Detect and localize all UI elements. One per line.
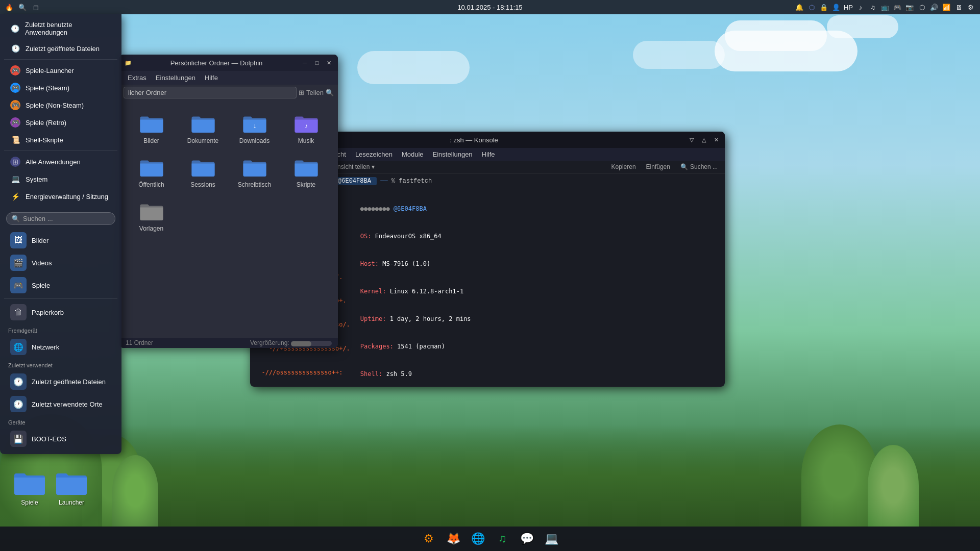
menu-item-recent-files[interactable]: 🕐 Zuletzt geöffnete Dateien xyxy=(2,40,119,57)
dolphin-folder-sessions[interactable]: Sessions xyxy=(179,153,227,192)
taskbar-browser2[interactable]: 🌐 xyxy=(467,528,489,550)
menu-recent-files[interactable]: 🕐 Zuletzt geöffnete Dateien xyxy=(2,370,119,393)
terminal-close-btn[interactable]: ✕ xyxy=(712,135,721,144)
menu-item-all-apps[interactable]: ⊞ Alle Anwendungen xyxy=(2,153,119,170)
dolphin-extras-menu[interactable]: Extras xyxy=(124,72,151,83)
shazam-icon[interactable]: ♪ xyxy=(855,2,866,12)
taskbar-discord[interactable]: 💬 xyxy=(516,528,538,550)
dolphin-folder-bilder[interactable]: Bilder xyxy=(128,109,175,148)
network-icon[interactable]: 📶 xyxy=(941,2,951,12)
recent-places-icon: 🕐 xyxy=(10,396,27,412)
taskbar-icons: ⚙ 🦊 🌐 ♫ 💬 💻 xyxy=(418,528,562,550)
tv-icon[interactable]: 📺 xyxy=(880,2,890,12)
dolphin-maximize-btn[interactable]: □ xyxy=(312,58,322,67)
volume-icon[interactable]: 🔊 xyxy=(929,2,939,12)
terminal-maximize-btn[interactable]: △ xyxy=(699,135,708,144)
hp-icon[interactable]: HP xyxy=(843,2,853,12)
term-menu-bookmarks[interactable]: Lesezeichen xyxy=(351,149,397,160)
all-apps-icon: ⊞ xyxy=(10,157,20,167)
folder-icon xyxy=(139,157,164,178)
terminal-search-btn[interactable]: 🔍 Suchen ... xyxy=(677,162,721,171)
folder-icon: ♪ xyxy=(294,113,318,134)
dolphin-folder-musik[interactable]: ♪ Musik xyxy=(282,109,330,148)
menu-item-power[interactable]: ⚡ Energieverwaltung / Sitzung xyxy=(2,188,119,205)
terminal-minimize-btn[interactable]: ▽ xyxy=(687,135,696,144)
dolphin-icon: 📁 xyxy=(124,58,133,67)
retro-icon: 🎮 xyxy=(10,117,20,128)
trash-icon: 🗑 xyxy=(10,304,27,320)
display-icon[interactable]: 🖥 xyxy=(953,2,964,12)
desktop: 🔥 🔍 ◻ 10.01.2025 - 18:11:15 🔔 ⬡ 🔒 👤 HP ♪… xyxy=(0,0,980,551)
dolphin-zoom: Vergrößerung: xyxy=(250,339,332,346)
bluetooth-icon[interactable]: ⬡ xyxy=(917,2,927,12)
dolphin-minimize-btn[interactable]: ─ xyxy=(300,58,309,67)
folder-icon xyxy=(294,157,318,178)
dolphin-toolbar: licher Ordner ⊞ Teilen 🔍 xyxy=(119,85,338,101)
drive-icon: 💾 xyxy=(10,431,27,447)
folder-icon xyxy=(139,113,164,134)
menu-quick-trash[interactable]: 🗑 Papierkorb xyxy=(2,301,119,323)
dolphin-help-menu[interactable]: Hilfe xyxy=(201,72,222,83)
dolphin-folder-öffentlich[interactable]: Öffentlich xyxy=(128,153,175,192)
nongame-icon: 🎮 xyxy=(10,100,20,110)
dolphin-folder-vorlagen[interactable]: Vorlagen xyxy=(128,196,175,236)
paste-btn[interactable]: Einfügen xyxy=(643,162,673,171)
desktop-icon-launcher[interactable]: Launcher xyxy=(51,464,92,510)
search-input[interactable] xyxy=(23,215,110,222)
folder-icon xyxy=(242,157,267,178)
menu-item-launcher[interactable]: 🎮 Spiele-Launcher xyxy=(2,62,119,79)
term-menu-help[interactable]: Hilfe xyxy=(478,149,499,160)
settings-icon[interactable]: ⚙ xyxy=(966,2,976,12)
taskbar-spotify[interactable]: ♫ xyxy=(491,528,513,550)
dolphin-settings-menu[interactable]: Einstellungen xyxy=(152,72,200,83)
topbar-left: 🔥 🔍 ◻ xyxy=(4,2,41,12)
notification-icon[interactable]: 🔔 xyxy=(794,2,804,12)
term-menu-settings[interactable]: Einstellungen xyxy=(429,149,477,160)
menu-quick-pictures[interactable]: 🖼 Bilder xyxy=(2,229,119,252)
recent-files-icon: 🕐 xyxy=(10,373,27,390)
menu-device-boot[interactable]: 💾 BOOT-EOS xyxy=(2,428,119,450)
terminal-window-controls: ▽ △ ✕ xyxy=(687,135,721,144)
taskbar-firefox[interactable]: 🦊 xyxy=(442,528,464,550)
dolphin-folder-schreibtisch[interactable]: Schreibtisch xyxy=(231,153,278,192)
title-controls-left: 📁 xyxy=(124,58,133,67)
menu-recent-places[interactable]: 🕐 Zuletzt verwendete Orte xyxy=(2,393,119,415)
dolphin-share-btn[interactable]: Teilen xyxy=(306,89,324,96)
game-icon[interactable]: 🎮 xyxy=(892,2,902,12)
menu-quick-videos[interactable]: 🎬 Videos xyxy=(2,252,119,274)
menu-item-system[interactable]: 💻 System xyxy=(2,170,119,188)
menu-item-scripts[interactable]: 📜 Shell-Skripte xyxy=(2,131,119,148)
taskbar-settings[interactable]: ⚙ xyxy=(418,528,440,550)
menu-remote-network[interactable]: 🌐 Netzwerk xyxy=(2,336,119,358)
dolphin-address-bar[interactable]: licher Ordner xyxy=(124,87,297,98)
menu-search-bar[interactable]: 🔍 xyxy=(6,212,115,225)
copy-btn[interactable]: Kopieren xyxy=(608,162,639,171)
menu-item-steam[interactable]: 🎮 Spiele (Steam) xyxy=(2,79,119,96)
search-icon[interactable]: 🔍 xyxy=(17,2,28,12)
search-btn[interactable]: 🔍 xyxy=(326,89,334,96)
folder-label: Vorlagen xyxy=(139,225,163,232)
dolphin-folder-downloads[interactable]: ↓ Downloads xyxy=(231,109,278,148)
dolphin-folder-skripte[interactable]: Skripte xyxy=(282,153,330,192)
desktop-icon-games[interactable]: Spiele xyxy=(9,464,50,510)
launcher-icon: 🎮 xyxy=(10,65,20,76)
menu-item-retro[interactable]: 🎮 Spiele (Retro) xyxy=(2,114,119,131)
topbar: 🔥 🔍 ◻ 10.01.2025 - 18:11:15 🔔 ⬡ 🔒 👤 HP ♪… xyxy=(0,0,980,14)
dolphin-close-btn[interactable]: ✕ xyxy=(325,58,334,67)
window-icon[interactable]: ◻ xyxy=(31,2,41,12)
discord-icon[interactable]: ⬡ xyxy=(806,2,817,12)
taskbar-terminal[interactable]: 💻 xyxy=(540,528,562,550)
camera-icon[interactable]: 📷 xyxy=(904,2,915,12)
topbar-right: 🔔 ⬡ 🔒 👤 HP ♪ ♫ 📺 🎮 📷 ⬡ 🔊 📶 🖥 ⚙ xyxy=(794,2,976,12)
app-icon[interactable]: 🔥 xyxy=(4,2,14,12)
menu-item-nongame[interactable]: 🎮 Spiele (Non-Steam) xyxy=(2,96,119,114)
music-icon[interactable]: ♫ xyxy=(868,2,878,12)
menu-quick-games[interactable]: 🎮 Spiele xyxy=(2,274,119,296)
menu-item-recent-apps[interactable]: 🕐 Zuletzt benutzte Anwendungen xyxy=(2,17,119,40)
menu-divider-1 xyxy=(4,59,117,60)
dolphin-window: 📁 Persönlicher Ordner — Dolphin ─ □ ✕ Ex… xyxy=(119,55,338,348)
term-menu-plugins[interactable]: Module xyxy=(398,149,428,160)
avatar-icon[interactable]: 👤 xyxy=(831,2,841,12)
vpn-icon[interactable]: 🔒 xyxy=(819,2,829,12)
dolphin-folder-dokumente[interactable]: Dokumente xyxy=(179,109,227,148)
